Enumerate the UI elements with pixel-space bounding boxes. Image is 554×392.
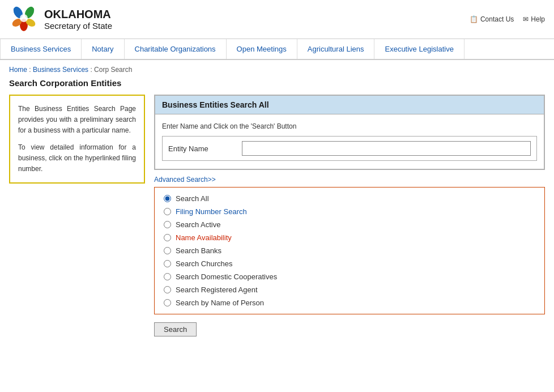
radio-options-container: Search All Filing Number Search Search A…: [154, 187, 545, 314]
nav-open-meetings[interactable]: Open Meetings: [227, 39, 297, 59]
radio-input-search-all[interactable]: [164, 195, 171, 202]
right-panel: Business Entities Search All Enter Name …: [154, 95, 545, 336]
radio-name-availability[interactable]: Name Availability: [164, 233, 535, 242]
radio-label-search-by-name-of-person: Search by Name of Person: [176, 299, 264, 307]
svg-point-5: [20, 14, 28, 22]
radio-input-search-banks[interactable]: [164, 247, 171, 254]
radio-input-search-active[interactable]: [164, 221, 171, 228]
search-box-body: Enter Name and Click on the 'Search' But…: [155, 114, 544, 169]
page-title: Search Corporation Entities: [0, 76, 554, 95]
radio-search-churches[interactable]: Search Churches: [164, 259, 535, 268]
radio-input-name-availability[interactable]: [164, 234, 171, 241]
breadcrumb-business-services[interactable]: Business Services: [33, 66, 88, 74]
radio-label-search-registered-agent: Search Registered Agent: [176, 286, 258, 294]
left-panel-p2: To view detailed information for a busin…: [18, 142, 136, 175]
radio-label-search-all: Search All: [176, 194, 209, 203]
radio-input-search-registered-agent[interactable]: [164, 286, 171, 293]
radio-search-active[interactable]: Search Active: [164, 220, 535, 229]
breadcrumb: Home : Business Services : Corp Search: [0, 60, 554, 76]
nav-business-services[interactable]: Business Services: [0, 39, 82, 59]
breadcrumb-corp-search: Corp Search: [94, 66, 132, 74]
radio-filing-number[interactable]: Filing Number Search: [164, 207, 535, 216]
nav-notary[interactable]: Notary: [82, 39, 124, 59]
radio-label-search-domestic-cooperatives: Search Domestic Cooperatives: [176, 272, 277, 281]
radio-input-search-churches[interactable]: [164, 260, 171, 267]
radio-search-by-name-of-person[interactable]: Search by Name of Person: [164, 299, 535, 307]
help-link[interactable]: ✉ Help: [523, 15, 545, 23]
main-content: The Business Entities Search Page provid…: [0, 95, 554, 336]
search-box-header: Business Entities Search All: [155, 96, 544, 114]
radio-label-filing-number: Filing Number Search: [176, 207, 247, 216]
entity-name-input[interactable]: [242, 141, 531, 156]
oklahoma-label: OKLAHOMA: [44, 8, 112, 21]
radio-input-search-domestic-cooperatives[interactable]: [164, 273, 171, 280]
radio-label-name-availability: Name Availability: [176, 233, 232, 242]
logo-text: OKLAHOMA Secretary of State: [44, 8, 112, 31]
radio-label-search-active: Search Active: [176, 220, 221, 229]
header-links: 📋 Contact Us ✉ Help: [470, 15, 545, 23]
logo-area: OKLAHOMA Secretary of State: [9, 5, 112, 34]
nav: Business Services Notary Charitable Orga…: [0, 39, 554, 60]
secretary-label: Secretary of State: [44, 21, 112, 31]
radio-search-banks[interactable]: Search Banks: [164, 246, 535, 255]
entity-name-row: Entity Name: [162, 136, 537, 161]
contact-icon: 📋: [470, 15, 478, 23]
left-panel: The Business Entities Search Page provid…: [9, 95, 145, 184]
advanced-search-link[interactable]: Advanced Search>>: [154, 176, 545, 184]
nav-executive-legislative[interactable]: Executive Legislative: [374, 39, 464, 59]
enter-name-text: Enter Name and Click on the 'Search' But…: [162, 122, 537, 130]
radio-label-search-churches: Search Churches: [176, 259, 232, 268]
search-button[interactable]: Search: [154, 322, 197, 336]
radio-search-all[interactable]: Search All: [164, 194, 535, 203]
radio-search-registered-agent[interactable]: Search Registered Agent: [164, 286, 535, 294]
nav-agricultural-liens[interactable]: Agricultural Liens: [297, 39, 375, 59]
radio-input-search-by-name-of-person[interactable]: [164, 299, 171, 306]
header: OKLAHOMA Secretary of State 📋 Contact Us…: [0, 0, 554, 39]
radio-search-domestic-cooperatives[interactable]: Search Domestic Cooperatives: [164, 272, 535, 281]
left-panel-p1: The Business Entities Search Page provid…: [18, 104, 136, 137]
breadcrumb-home[interactable]: Home: [9, 66, 27, 74]
help-icon: ✉: [523, 15, 529, 23]
radio-input-filing-number[interactable]: [164, 208, 171, 215]
contact-us-link[interactable]: 📋 Contact Us: [470, 15, 514, 23]
logo-icon: [9, 5, 39, 34]
radio-label-search-banks: Search Banks: [176, 246, 221, 255]
search-box-container: Business Entities Search All Enter Name …: [154, 95, 545, 170]
nav-charitable-organizations[interactable]: Charitable Organizations: [125, 39, 227, 59]
entity-name-label: Entity Name: [168, 144, 242, 153]
